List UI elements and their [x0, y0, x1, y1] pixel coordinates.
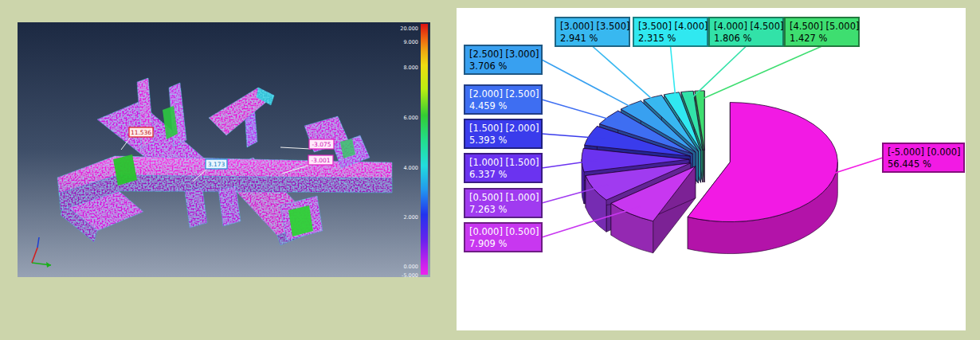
pie-label-percent: 5.393 % [469, 135, 508, 146]
pie-label-range: [2.500] [3.000] [469, 49, 539, 60]
pie-label-percent: 1.427 % [790, 33, 828, 44]
deviation-histogram-pie-panel: [-5.000] [0.000]56.445 %[0.000] [0.500]7… [457, 8, 966, 330]
pie-label-range: [2.000] [2.500] [469, 88, 539, 100]
deviation-3d-canvas: 20.0009.0008.0006.0004.0002.0000.000-5.0… [18, 22, 430, 277]
color-scale-tick: 20.000 [400, 25, 418, 32]
pie-label-leader [593, 46, 660, 105]
color-scale-tick: -5.000 [402, 272, 418, 277]
pie-label-range: [1.500] [2.000] [469, 123, 539, 134]
deviation-3d-view: 20.0009.0008.0006.0004.0002.0000.000-5.0… [18, 22, 430, 277]
pie-label-percent: 4.459 % [469, 100, 508, 111]
pie-label-percent: 1.806 % [714, 33, 752, 44]
viewport-background [18, 22, 430, 277]
color-scale-tick: 8.000 [403, 64, 418, 71]
pie-label-range: [1.000] [1.500] [469, 157, 539, 168]
color-scale-tick: 6.000 [403, 115, 418, 121]
color-scale-tick: 2.000 [403, 214, 418, 221]
color-scale-tick: 0.000 [403, 264, 418, 270]
pie-label-range: [4.000] [4.500] [714, 21, 783, 32]
pie-label-range: [0.000] [0.500] [469, 226, 539, 237]
pie-label-range: [4.500] [5.000] [790, 21, 859, 32]
pie-label-range: [0.500] [1.000] [469, 192, 539, 203]
color-scale-tick: 4.000 [403, 165, 418, 171]
pie-label-range: [3.000] [3.500] [560, 21, 629, 32]
pie-label-percent: 7.909 % [469, 238, 508, 249]
annotation-value: 11.536 [131, 129, 151, 136]
color-scale-bar [421, 24, 428, 275]
pie-label-percent: 6.337 % [469, 169, 508, 180]
annotation-value: 3.173 [208, 161, 225, 168]
pie-label-percent: 3.706 % [469, 61, 508, 72]
pie-label-percent: 7.263 % [469, 204, 508, 215]
pie-label-leader [542, 100, 621, 123]
annotation-value: -3.075 [312, 141, 331, 148]
color-scale-tick: 9.000 [403, 39, 418, 45]
pie-label-range: [3.500] [4.000] [638, 21, 708, 32]
pie-label-percent: 56.445 % [888, 158, 931, 170]
pie-chart-canvas: [-5.000] [0.000]56.445 %[0.000] [0.500]7… [457, 8, 966, 330]
pie-3d [582, 91, 837, 254]
pie-label-range: [-5.000] [0.000] [888, 147, 961, 158]
annotation-value: -3.001 [311, 157, 330, 164]
pie-label-leader [833, 158, 883, 174]
pie-label-percent: 2.941 % [560, 33, 598, 44]
pie-label-percent: 2.315 % [638, 33, 676, 44]
